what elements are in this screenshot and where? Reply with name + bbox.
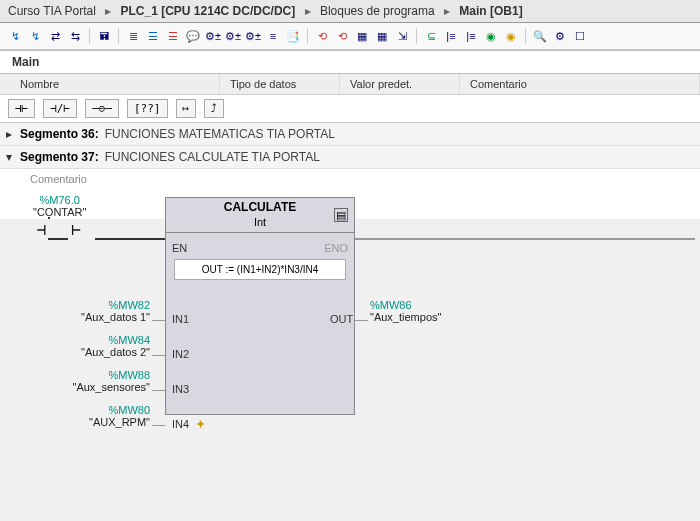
breadcrumb-item[interactable]: PLC_1 [CPU 1214C DC/DC/DC]: [121, 4, 296, 18]
toolbar-icon[interactable]: ⊆: [422, 27, 440, 45]
input-in1[interactable]: %MW82 "Aux_datos 1": [40, 299, 150, 323]
block-title: CALCULATE: [166, 198, 354, 216]
toolbar-icon[interactable]: 🔍: [531, 27, 549, 45]
tag-address: %MW82: [40, 299, 150, 311]
toolbar-icon[interactable]: ☐: [571, 27, 589, 45]
wire: [355, 320, 368, 321]
toolbar-icon[interactable]: ⇲: [393, 27, 411, 45]
toolbar-icon[interactable]: ▦: [353, 27, 371, 45]
input-in3[interactable]: %MW88 "Aux_sensores": [30, 369, 150, 393]
expand-icon[interactable]: ▸: [6, 127, 20, 141]
input-in4[interactable]: %MW80 "AUX_RPM": [40, 404, 150, 428]
block-type[interactable]: Int: [166, 216, 354, 233]
wire: [152, 390, 165, 391]
port-in3: IN3: [172, 383, 189, 395]
toolbar-icon[interactable]: |≡: [462, 27, 480, 45]
tag-name: "Aux_sensores": [30, 381, 150, 393]
toolbar-icon[interactable]: ⚙: [551, 27, 569, 45]
lad-contact-no[interactable]: ⊣⊢: [8, 99, 35, 118]
toolbar-icon[interactable]: 🖬: [95, 27, 113, 45]
segment-title: Segmento 36:: [20, 127, 99, 141]
add-input-icon[interactable]: ✦: [196, 418, 205, 431]
input-in2[interactable]: %MW84 "Aux_datos 2": [40, 334, 150, 358]
output-out[interactable]: %MW86 "Aux_tiempos": [370, 299, 441, 323]
wire: [355, 238, 695, 240]
breadcrumb-item[interactable]: Curso TIA Portal: [8, 4, 96, 18]
toolbar-icon[interactable]: ◉: [482, 27, 500, 45]
main-tab[interactable]: Main: [0, 50, 700, 74]
toolbar-icon[interactable]: ≡: [264, 27, 282, 45]
segment-36[interactable]: ▸ Segmento 36: FUNCIONES MATEMATICAS TIA…: [0, 123, 700, 146]
col-nombre[interactable]: Nombre: [0, 74, 220, 94]
toolbar-icon[interactable]: ⚙±: [204, 27, 222, 45]
toolbar-icon[interactable]: ⟲: [313, 27, 331, 45]
wire: [152, 355, 165, 356]
segment-37[interactable]: ▾ Segmento 37: FUNCIONES CALCULATE TIA P…: [0, 146, 700, 169]
segment-title: Segmento 37:: [20, 150, 99, 164]
toolbar-sep: [307, 28, 308, 44]
toolbar-sep: [118, 28, 119, 44]
toolbar-icon[interactable]: 💬: [184, 27, 202, 45]
tag-address: %MW84: [40, 334, 150, 346]
interface-header: Nombre Tipo de datos Valor predet. Comen…: [0, 74, 700, 95]
toolbar-icon[interactable]: 📑: [284, 27, 302, 45]
ladder-network[interactable]: %M76.0 "CONTAR" ⊣ ⊢ CALCULATE Int ▤ EN E…: [0, 189, 700, 219]
breadcrumb-item[interactable]: Bloques de programa: [320, 4, 435, 18]
toolbar-icon[interactable]: |≡: [442, 27, 460, 45]
calculate-block[interactable]: CALCULATE Int ▤ EN ENO OUT := (IN1+IN2)*…: [165, 197, 355, 415]
port-out: OUT: [330, 313, 353, 325]
contact-contar[interactable]: %M76.0 "CONTAR" ⊣ ⊢: [33, 194, 86, 239]
tag-address: %MW86: [370, 299, 441, 311]
port-in2: IN2: [172, 348, 189, 360]
tag-address: %MW88: [30, 369, 150, 381]
toolbar-icon[interactable]: ◉: [502, 27, 520, 45]
segment-desc: FUNCIONES MATEMATICAS TIA PORTAL: [105, 127, 335, 141]
tag-name: "CONTAR": [33, 206, 86, 218]
toolbar-sep: [416, 28, 417, 44]
wire: [95, 238, 165, 240]
wire: [152, 425, 165, 426]
tag-name: "AUX_RPM": [40, 416, 150, 428]
breadcrumb-sep: ▸: [105, 4, 111, 18]
toolbar-icon[interactable]: ↯: [6, 27, 24, 45]
toolbar-icon[interactable]: ☰: [144, 27, 162, 45]
toolbar-icon[interactable]: ⟲: [333, 27, 351, 45]
wire: [152, 320, 165, 321]
toolbar-icon[interactable]: ☰: [164, 27, 182, 45]
toolbar-icon[interactable]: ⇆: [66, 27, 84, 45]
tag-name: "Aux_datos 1": [40, 311, 150, 323]
calc-expression[interactable]: OUT := (IN1+IN2)*IN3/IN4: [174, 259, 346, 280]
port-in4: IN4: [172, 418, 189, 430]
lad-coil[interactable]: ─⊖─: [85, 99, 119, 118]
tag-name: "Aux_datos 2": [40, 346, 150, 358]
breadcrumb-item[interactable]: Main [OB1]: [459, 4, 522, 18]
toolbar-icon[interactable]: ⇄: [46, 27, 64, 45]
toolbar-icon[interactable]: ▦: [373, 27, 391, 45]
col-valor[interactable]: Valor predet.: [340, 74, 460, 94]
toolbar: ↯ ↯ ⇄ ⇆ 🖬 ≣ ☰ ☰ 💬 ⚙± ⚙± ⚙± ≡ 📑 ⟲ ⟲ ▦ ▦ ⇲…: [0, 23, 700, 50]
toolbar-icon[interactable]: ⚙±: [224, 27, 242, 45]
breadcrumb-sep: ▸: [444, 4, 450, 18]
segment-desc: FUNCIONES CALCULATE TIA PORTAL: [105, 150, 320, 164]
tag-address: %MW80: [40, 404, 150, 416]
breadcrumb: Curso TIA Portal ▸ PLC_1 [CPU 1214C DC/D…: [0, 0, 700, 23]
tag-name: "Aux_tiempos": [370, 311, 441, 323]
lad-branch[interactable]: ↦: [176, 99, 197, 118]
lad-contact-nc[interactable]: ⊣/⊢: [43, 99, 77, 118]
tag-address: %M76.0: [33, 194, 86, 206]
main-tab-label: Main: [12, 55, 39, 69]
block-body: EN ENO OUT := (IN1+IN2)*IN3/IN4: [166, 233, 354, 414]
breadcrumb-sep: ▸: [305, 4, 311, 18]
toolbar-icon[interactable]: ↯: [26, 27, 44, 45]
col-tipo[interactable]: Tipo de datos: [220, 74, 340, 94]
segment-comment[interactable]: Comentario: [0, 169, 700, 189]
toolbar-icon[interactable]: ≣: [124, 27, 142, 45]
toolbar-sep: [525, 28, 526, 44]
block-settings-icon[interactable]: ▤: [334, 208, 348, 222]
toolbar-icon[interactable]: ⚙±: [244, 27, 262, 45]
lad-branch-close[interactable]: ⤴: [204, 99, 224, 118]
collapse-icon[interactable]: ▾: [6, 150, 20, 164]
port-en: EN: [172, 242, 187, 254]
col-comentario[interactable]: Comentario: [460, 74, 700, 94]
lad-box[interactable]: [??]: [127, 99, 168, 118]
